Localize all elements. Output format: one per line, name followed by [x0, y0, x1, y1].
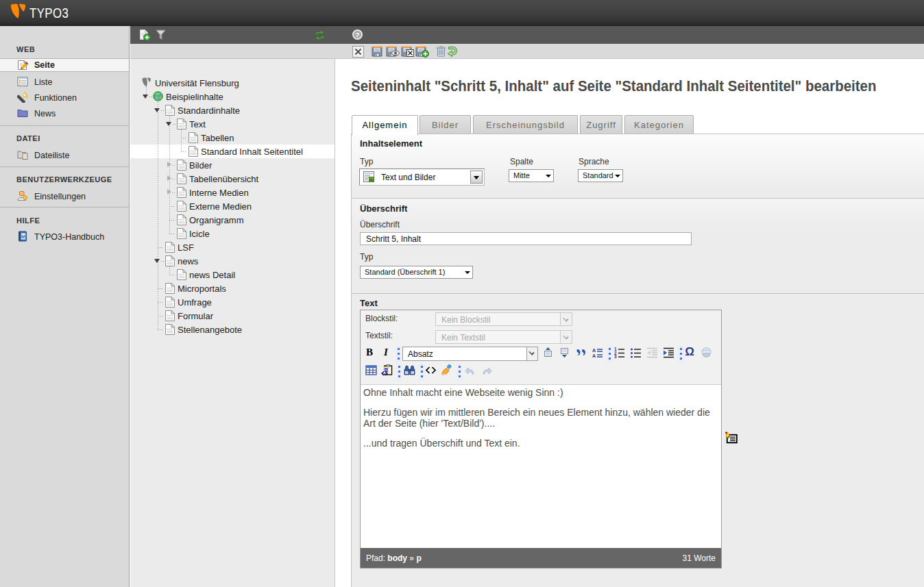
svg-text:A: A	[592, 353, 596, 358]
svg-text:M: M	[21, 234, 25, 239]
svg-text:A: A	[592, 348, 596, 353]
svg-text:3: 3	[614, 354, 617, 358]
svg-text:?: ?	[356, 31, 360, 38]
